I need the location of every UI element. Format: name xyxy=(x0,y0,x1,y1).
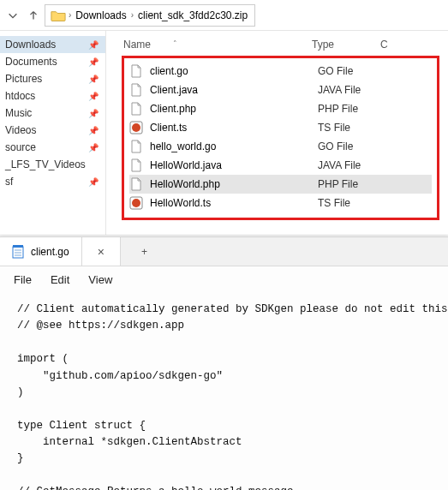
chevron-right-icon: › xyxy=(66,10,74,20)
file-name: HelloWorld.php xyxy=(150,178,318,190)
file-icon xyxy=(129,140,143,153)
file-type: GO File xyxy=(318,65,353,77)
menu-view[interactable]: View xyxy=(88,273,112,286)
file-type: TS File xyxy=(318,122,350,134)
address-bar: › Downloads › client_sdk_3fdd2c30.zip xyxy=(0,0,448,31)
pin-icon: 📌 xyxy=(88,57,99,67)
column-name-label: Name xyxy=(123,39,151,51)
tab-close[interactable]: × xyxy=(82,237,121,266)
file-icon xyxy=(129,121,143,134)
sidebar-item[interactable]: htdocs📌 xyxy=(0,87,105,105)
sidebar-item[interactable]: Music📌 xyxy=(0,105,105,122)
file-row[interactable]: Client.javaJAVA File xyxy=(129,81,432,99)
breadcrumb-parent[interactable]: Downloads xyxy=(74,8,128,23)
file-name: HelloWorld.java xyxy=(150,159,318,171)
file-icon xyxy=(129,177,143,191)
svg-point-1 xyxy=(132,123,140,132)
file-row[interactable]: HelloWorld.phpPHP File xyxy=(129,175,432,194)
sidebar-item-label: htdocs xyxy=(5,90,35,102)
file-name: HelloWorld.ts xyxy=(150,197,318,209)
tab-bar: client.go × + xyxy=(0,237,448,266)
sidebar-item-label: Documents xyxy=(5,56,57,68)
column-type[interactable]: Type xyxy=(312,39,380,51)
close-icon: × xyxy=(98,245,105,259)
code-area[interactable]: // Client automatically generated by SDK… xyxy=(0,293,448,490)
file-type: TS File xyxy=(318,197,350,209)
sidebar-item-label: Downloads xyxy=(5,39,56,51)
sidebar-item[interactable]: Downloads📌 xyxy=(0,36,105,53)
file-name: hello_world.go xyxy=(150,140,318,152)
file-type: PHP File xyxy=(318,178,358,190)
sidebar-item[interactable]: Pictures📌 xyxy=(0,70,105,87)
file-icon xyxy=(129,158,143,172)
pin-icon: 📌 xyxy=(88,143,99,152)
breadcrumb[interactable]: › Downloads › client_sdk_3fdd2c30.zip xyxy=(45,4,255,27)
menu-bar: File Edit View xyxy=(0,266,448,293)
chevron-right-icon: › xyxy=(128,10,136,20)
tab-client-go[interactable]: client.go xyxy=(0,237,82,266)
menu-edit[interactable]: Edit xyxy=(51,273,69,286)
nav-up-icon[interactable] xyxy=(27,9,39,21)
column-c[interactable]: C xyxy=(380,39,397,51)
sidebar: Downloads📌Documents📌Pictures📌htdocs📌Musi… xyxy=(0,31,106,235)
file-row[interactable]: hello_world.goGO File xyxy=(129,137,432,156)
file-type: GO File xyxy=(318,140,353,152)
file-name: Client.php xyxy=(150,103,318,115)
tab-new[interactable]: + xyxy=(121,237,168,266)
svg-rect-5 xyxy=(13,245,23,248)
column-name[interactable]: Name ˄ xyxy=(123,39,312,51)
pin-icon: 📌 xyxy=(88,40,99,50)
pin-icon: 📌 xyxy=(88,75,99,84)
sidebar-item-label: Pictures xyxy=(5,73,42,85)
file-row[interactable]: HelloWorld.tsTS File xyxy=(129,194,432,212)
sidebar-item[interactable]: Documents📌 xyxy=(0,53,105,70)
file-type: JAVA File xyxy=(318,159,361,171)
file-row[interactable]: HelloWorld.javaJAVA File xyxy=(129,156,432,175)
file-name: Client.java xyxy=(150,84,318,96)
menu-file[interactable]: File xyxy=(14,273,32,286)
file-icon xyxy=(129,64,143,78)
sidebar-item-label: Music xyxy=(5,107,32,119)
svg-point-3 xyxy=(132,199,140,207)
pin-icon: 📌 xyxy=(88,92,99,101)
sort-indicator-icon: ˄ xyxy=(173,39,177,48)
pin-icon: 📌 xyxy=(88,126,99,135)
sidebar-item-label: sf xyxy=(5,176,13,188)
sidebar-item[interactable]: source📌 xyxy=(0,139,105,156)
pin-icon: 📌 xyxy=(88,177,99,187)
file-icon xyxy=(129,102,143,116)
sidebar-item[interactable]: _LFS_TV_Videos📌 xyxy=(0,156,105,173)
file-icon xyxy=(129,196,143,210)
notepad-icon xyxy=(12,245,24,259)
column-headers: Name ˄ Type C xyxy=(122,36,439,56)
sidebar-item-label: _LFS_TV_Videos xyxy=(5,158,86,170)
file-row[interactable]: Client.phpPHP File xyxy=(129,99,432,118)
highlight-box: client.goGO FileClient.javaJAVA FileClie… xyxy=(122,56,439,220)
breadcrumb-current[interactable]: client_sdk_3fdd2c30.zip xyxy=(136,8,249,23)
file-pane: Name ˄ Type C client.goGO FileClient.jav… xyxy=(106,31,448,235)
plus-icon: + xyxy=(138,246,151,258)
file-name: client.go xyxy=(150,65,318,77)
explorer-body: Downloads📌Documents📌Pictures📌htdocs📌Musi… xyxy=(0,31,448,235)
nav-arrows xyxy=(7,9,39,21)
file-row[interactable]: client.goGO File xyxy=(129,62,432,81)
file-explorer: › Downloads › client_sdk_3fdd2c30.zip Do… xyxy=(0,0,448,236)
pin-icon: 📌 xyxy=(88,109,99,118)
file-name: Client.ts xyxy=(150,122,318,134)
file-icon xyxy=(129,83,143,97)
tab-title: client.go xyxy=(31,246,69,258)
sidebar-item-label: source xyxy=(5,141,36,153)
folder-icon xyxy=(51,9,66,21)
file-type: PHP File xyxy=(318,103,358,115)
file-row[interactable]: Client.tsTS File xyxy=(129,118,432,137)
text-editor: client.go × + File Edit View // Client a… xyxy=(0,236,448,490)
nav-down-icon[interactable] xyxy=(7,9,19,21)
sidebar-item-label: Videos xyxy=(5,124,36,136)
file-type: JAVA File xyxy=(318,84,361,96)
sidebar-item[interactable]: Videos📌 xyxy=(0,122,105,139)
sidebar-item[interactable]: sf📌 xyxy=(0,173,105,190)
